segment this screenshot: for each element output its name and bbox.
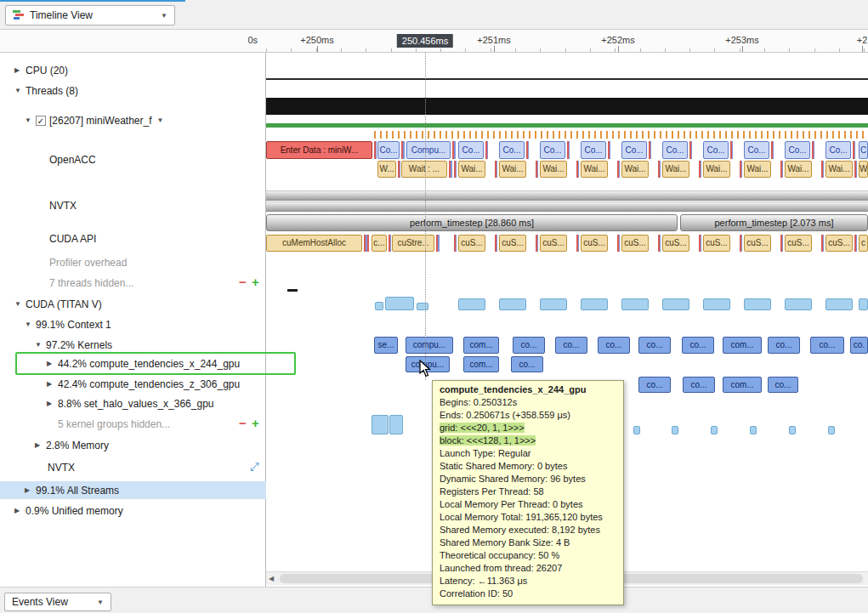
openacc-compute-bar[interactable]: Co... xyxy=(825,141,851,159)
kernel-z306-bar[interactable]: co... xyxy=(768,377,798,393)
memory-transfers-bar[interactable] xyxy=(372,415,389,434)
openacc-wait-bar[interactable]: Wai... xyxy=(785,161,812,178)
cuda-summary-bar[interactable] xyxy=(540,298,567,310)
tree-down-arrow-icon[interactable]: ▼ xyxy=(14,300,26,308)
tree-right-arrow-icon[interactable]: ▶ xyxy=(14,66,26,74)
sidebar-item-unified-memory[interactable]: ▶0.9% Unified memory xyxy=(0,502,266,519)
openacc-compute-bar[interactable]: Co... xyxy=(458,141,484,159)
cuda-summary-bar[interactable] xyxy=(744,298,771,310)
openacc-wait-bar[interactable]: Wai... xyxy=(540,161,567,178)
time-marker-badge[interactable]: 250.456ms xyxy=(397,34,453,48)
kernels-all-bar[interactable]: com... xyxy=(723,337,762,354)
kernels-all-bar[interactable]: co. xyxy=(850,337,868,354)
openacc-wait-bar[interactable]: Wai... xyxy=(662,161,689,178)
openacc-compute-bar[interactable]: Co... xyxy=(377,141,400,159)
kernels-all-bar[interactable]: co... xyxy=(598,337,630,354)
tree-down-arrow-icon[interactable]: ▼ xyxy=(25,116,36,124)
sidebar-item-nvtx-stream[interactable]: NVTX⤢ xyxy=(0,458,266,476)
tree-down-arrow-icon[interactable]: ▼ xyxy=(14,87,26,94)
sidebar-item-threads[interactable]: ▼Threads (8) xyxy=(0,82,266,99)
openacc-compute-bar[interactable]: C xyxy=(859,141,868,159)
cuda-api-bar[interactable]: c... xyxy=(372,235,387,252)
cuda-api-bar[interactable]: cuS... xyxy=(744,235,771,252)
kernel-z306-bar[interactable]: com... xyxy=(723,377,762,393)
openacc-wait-bar[interactable]: Wai... xyxy=(499,161,526,178)
hidden-rows-minus-icon[interactable]: − xyxy=(239,416,247,430)
sidebar-item-nvtx-thread[interactable]: NVTX xyxy=(0,196,266,214)
tree-down-arrow-icon[interactable]: ▼ xyxy=(35,341,46,349)
openacc-wait-bar[interactable]: Wai... xyxy=(825,161,853,178)
cuda-summary-bar[interactable] xyxy=(417,303,428,310)
hidden-rows-minus-icon[interactable]: − xyxy=(239,275,247,289)
memory-transfers-bar[interactable] xyxy=(750,426,757,434)
cuda-api-bar[interactable]: cuS... xyxy=(785,235,812,252)
kernels-all-bar[interactable]: co... xyxy=(810,337,844,354)
openacc-wait-bar[interactable]: W... xyxy=(377,161,396,178)
sidebar-item-threads-hidden[interactable]: 7 threads hidden...−+ xyxy=(0,274,266,292)
cuda-api-bar[interactable]: cuMemHostAlloc xyxy=(266,235,362,252)
memory-transfers-bar[interactable] xyxy=(389,415,403,434)
kernels-all-bar[interactable]: se... xyxy=(374,337,398,354)
cuda-summary-bar[interactable] xyxy=(859,298,868,310)
events-view-dropdown[interactable]: Events View ▼ xyxy=(4,593,111,611)
cuda-summary-bar[interactable] xyxy=(825,298,853,310)
openacc-compute-bar[interactable]: Compu... xyxy=(406,141,451,159)
openacc-compute-bar[interactable]: Co... xyxy=(703,141,729,159)
sidebar-item-cuda-titan-v[interactable]: ▼CUDA (TITAN V) xyxy=(0,295,266,313)
kernel-x244-bar[interactable]: co... xyxy=(511,356,543,372)
cuda-api-bar[interactable]: cuS... xyxy=(458,235,485,252)
openacc-wait-bar[interactable]: Wait : ... xyxy=(401,161,447,178)
kernels-all-bar[interactable]: compu... xyxy=(406,337,453,354)
cuda-summary-bar[interactable] xyxy=(458,298,485,310)
hidden-rows-plus-icon[interactable]: + xyxy=(252,416,259,430)
openacc-compute-bar[interactable]: Co... xyxy=(540,141,565,159)
timeline-view-dropdown[interactable]: Timeline View ▼ xyxy=(5,5,175,26)
openacc-wait-bar[interactable]: Wai... xyxy=(744,161,771,178)
cuda-api-bar[interactable]: cuS... xyxy=(581,235,608,252)
nvtx-ranges-bar[interactable]: perform_timestep [2.073 ms] xyxy=(680,214,868,231)
kernel-z306-bar[interactable]: co... xyxy=(683,377,715,393)
memory-transfers-bar[interactable] xyxy=(672,426,678,434)
cuda-api-bar[interactable]: c xyxy=(859,235,868,252)
cuda-summary-bar[interactable] xyxy=(621,298,649,310)
cuda-summary-bar[interactable] xyxy=(785,298,812,310)
openacc-compute-bar[interactable]: Co... xyxy=(621,141,647,159)
sidebar-item-kernel-halo[interactable]: ▶8.8% set_halo_values_x_366_gpu xyxy=(0,394,266,412)
hidden-thread-marks-bar[interactable] xyxy=(287,289,298,292)
kernel-x244-bar[interactable]: com... xyxy=(463,356,499,372)
sidebar-item-all-streams[interactable]: ▶99.1% All Streams xyxy=(0,481,266,499)
openacc-wait-bar[interactable]: Wai... xyxy=(458,161,485,178)
sidebar-item-cpu[interactable]: ▶CPU (20) xyxy=(0,61,266,79)
cuda-summary-bar[interactable] xyxy=(375,302,383,310)
cuda-summary-bar[interactable] xyxy=(385,297,414,310)
tree-right-arrow-icon[interactable]: ▶ xyxy=(35,441,46,449)
sidebar-item-openacc[interactable]: OpenACC xyxy=(0,150,266,168)
sidebar-item-cuda-api[interactable]: CUDA API xyxy=(0,230,266,247)
tree-right-arrow-icon[interactable]: ▶ xyxy=(14,507,26,514)
sidebar-item-kernels[interactable]: ▼97.2% Kernels xyxy=(0,336,266,354)
row-checkbox[interactable]: ✓ xyxy=(36,116,46,126)
openacc-compute-bar[interactable]: Co... xyxy=(499,141,525,159)
memory-transfers-bar[interactable] xyxy=(711,426,718,434)
tree-right-arrow-icon[interactable]: ▶ xyxy=(25,486,36,494)
memory-transfers-bar[interactable] xyxy=(633,426,640,434)
row-dropdown-caret-icon[interactable]: ▼ xyxy=(157,116,164,124)
tree-right-arrow-icon[interactable]: ▶ xyxy=(47,400,58,407)
memory-transfers-bar[interactable] xyxy=(789,426,796,434)
memory-transfers-bar[interactable] xyxy=(828,426,835,434)
openacc-compute-bar[interactable]: Enter Data : miniW... xyxy=(266,141,372,159)
cuda-api-bar[interactable]: cuS... xyxy=(621,235,649,252)
cuda-summary-bar[interactable] xyxy=(703,298,730,310)
expand-row-icon[interactable]: ⤢ xyxy=(250,460,258,474)
sidebar-item-profiler-overhead[interactable]: Profiler overhead xyxy=(0,253,266,271)
openacc-compute-bar[interactable]: Co... xyxy=(581,141,606,159)
nvtx-ranges-bar[interactable]: perform_timestep [28.860 ms] xyxy=(266,214,678,231)
cuda-api-bar[interactable]: cuS... xyxy=(499,235,526,252)
openacc-compute-bar[interactable]: Co... xyxy=(662,141,688,159)
cuda-summary-bar[interactable] xyxy=(581,298,608,310)
kernels-all-bar[interactable]: co... xyxy=(513,337,545,354)
sidebar-item-process-miniweather[interactable]: ▼✓[26207] miniWeather_f▼ xyxy=(0,111,266,129)
hidden-rows-plus-icon[interactable]: + xyxy=(252,275,259,289)
openacc-compute-bar[interactable]: Co... xyxy=(785,141,810,159)
sidebar-item-memory[interactable]: ▶2.8% Memory xyxy=(0,436,266,454)
